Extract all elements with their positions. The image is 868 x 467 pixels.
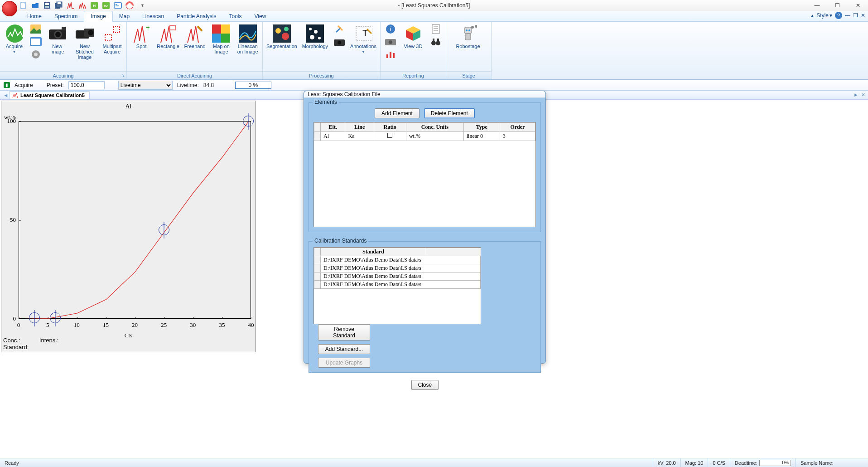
- binoculars-icon[interactable]: [429, 36, 442, 47]
- qat-new-icon[interactable]: [19, 1, 28, 10]
- camera-grey-icon[interactable]: [384, 36, 397, 47]
- elements-grid[interactable]: Elt. Line Ratio Conc. Units Type Order A…: [313, 122, 536, 227]
- tab-nav-right[interactable]: ►: [854, 92, 858, 98]
- image-settings-icon[interactable]: [29, 24, 42, 34]
- app-menu-button[interactable]: [2, 1, 17, 16]
- mdi-minimize-icon[interactable]: —: [845, 12, 850, 19]
- qat-spectrum-red-icon[interactable]: [66, 1, 75, 10]
- rectangle-icon: [159, 24, 177, 43]
- linescan-on-image-button[interactable]: Linescan on Image: [237, 24, 259, 54]
- spot-button[interactable]: +Spot: [130, 24, 152, 49]
- y-tick: 50: [1, 216, 16, 224]
- list-item[interactable]: D:\IXRF DEMO\Atlas Demo Data\LS data\s: [314, 256, 481, 264]
- data-point[interactable]: [50, 312, 61, 323]
- rectangle-button[interactable]: Rectangle: [157, 24, 179, 49]
- status-deadtime: Deadtime: 0%: [730, 458, 796, 467]
- tab-close-icon[interactable]: ✕: [861, 92, 865, 98]
- qat-hb-icon[interactable]: H: [90, 1, 99, 10]
- preset-input[interactable]: [68, 81, 105, 89]
- style-menu[interactable]: Style ▾: [816, 12, 832, 19]
- status-mag: Mag: 10: [680, 458, 708, 467]
- qat-spectrum-red2-icon[interactable]: [78, 1, 87, 10]
- svg-point-44: [284, 27, 289, 31]
- dialog-close-button[interactable]: Close: [411, 380, 439, 390]
- dialog-title: Least Squares Calibration File: [304, 91, 545, 98]
- doc-tab-calibration[interactable]: Least Squares Calibration5: [9, 91, 90, 99]
- freehand-button[interactable]: Freehand: [184, 24, 206, 49]
- acquire-button[interactable]: Acquire ▼: [4, 24, 25, 54]
- tab-home[interactable]: Home: [21, 11, 48, 21]
- data-point[interactable]: [29, 312, 40, 323]
- tab-particle-analysis[interactable]: Particle Analysis: [170, 11, 222, 21]
- table-row[interactable]: Al Ka wt.% linear 0 3: [314, 132, 535, 141]
- qat-saveall-icon[interactable]: [54, 1, 63, 10]
- qat-report-icon[interactable]: [113, 1, 122, 10]
- svg-rect-41: [273, 24, 291, 43]
- svg-point-73: [466, 29, 468, 31]
- x-tick: 35: [219, 321, 225, 329]
- launcher-icon[interactable]: ↘: [121, 73, 125, 78]
- tab-view[interactable]: View: [248, 11, 273, 21]
- document-icon[interactable]: [429, 24, 442, 34]
- svg-rect-6: [58, 2, 61, 4]
- qat-save-icon[interactable]: [43, 1, 52, 10]
- ribbon-minimize-icon[interactable]: ▴: [811, 12, 814, 19]
- chart-plot-area[interactable]: [19, 121, 251, 319]
- svg-rect-58: [386, 54, 388, 58]
- view-3d-button[interactable]: View 3D: [401, 24, 425, 49]
- svg-point-77: [475, 25, 477, 28]
- qat-help-icon[interactable]: [125, 1, 134, 10]
- list-item[interactable]: D:\IXRF DEMO\Atlas Demo Data\LS data\s: [314, 281, 481, 289]
- report-settings-icon[interactable]: [29, 36, 42, 47]
- gear-icon[interactable]: [29, 49, 42, 60]
- data-point[interactable]: [159, 224, 169, 235]
- mdi-close-icon[interactable]: ✕: [861, 12, 865, 19]
- qat-be-icon[interactable]: Be: [101, 1, 111, 10]
- info-icon[interactable]: i: [384, 24, 397, 34]
- map-on-image-button[interactable]: Map on Image: [210, 24, 232, 54]
- annotations-button[interactable]: TAnnotations▼: [350, 24, 376, 54]
- mode-select[interactable]: Livetime: [118, 81, 173, 90]
- help-icon[interactable]: ?: [835, 12, 842, 19]
- tab-linescan[interactable]: Linescan: [136, 11, 170, 21]
- tools-small-icon[interactable]: [333, 24, 346, 34]
- segmentation-button[interactable]: Segmentation: [266, 24, 297, 49]
- tab-nav-left[interactable]: ◄: [3, 92, 9, 98]
- checkbox-icon[interactable]: [387, 133, 392, 138]
- svg-point-69: [436, 41, 440, 45]
- standards-grid[interactable]: Standard D:\IXRF DEMO\Atlas Demo Data\LS…: [313, 247, 481, 324]
- list-item[interactable]: D:\IXRF DEMO\Atlas Demo Data\LS data\s: [314, 264, 481, 272]
- add-standard-button[interactable]: Add Standard...: [318, 344, 370, 354]
- tab-spectrum[interactable]: Spectrum: [48, 11, 84, 21]
- maximize-button[interactable]: ☐: [827, 0, 848, 11]
- data-point[interactable]: [243, 116, 254, 126]
- multipart-acquire-button[interactable]: + Multipart Acquire: [101, 24, 123, 54]
- svg-point-30: [88, 30, 93, 35]
- tab-map[interactable]: Map: [113, 11, 136, 21]
- bar-chart-icon[interactable]: [384, 49, 397, 60]
- close-button[interactable]: ✕: [848, 0, 868, 11]
- window-titlebar: H Be ▼ - [Least Squares Calibration5] — …: [0, 0, 868, 11]
- standards-group-label: Calibration Standards: [313, 238, 368, 244]
- progress-box: 0 %: [235, 82, 271, 89]
- minimize-button[interactable]: —: [807, 0, 827, 11]
- mdi-restore-icon[interactable]: ❐: [853, 12, 858, 19]
- camera-stitch-icon: [76, 24, 94, 43]
- list-item[interactable]: D:\IXRF DEMO\Atlas Demo Data\LS data\s: [314, 272, 481, 281]
- camera-small-icon[interactable]: [333, 36, 346, 47]
- delete-element-button[interactable]: Delete Element: [424, 108, 475, 118]
- multipart-label: Multipart Acquire: [101, 44, 123, 54]
- tab-image[interactable]: Image: [84, 11, 112, 22]
- svg-rect-70: [433, 39, 434, 41]
- robostage-button[interactable]: Robostage: [450, 24, 486, 49]
- qat-customize-icon[interactable]: ▼: [137, 1, 146, 10]
- morphology-button[interactable]: Morphology: [302, 24, 328, 49]
- qat-open-icon[interactable]: [31, 1, 40, 10]
- new-image-button[interactable]: New Image: [47, 24, 68, 54]
- chart-footer: Conc.: Intens.: Standard:: [3, 337, 58, 351]
- add-element-button[interactable]: Add Element: [375, 108, 420, 118]
- new-stitched-image-button[interactable]: New Stitched Image: [72, 24, 97, 60]
- update-graphs-button[interactable]: Update Graphs: [318, 358, 370, 368]
- remove-standard-button[interactable]: Remove Standard: [318, 324, 370, 341]
- tab-tools[interactable]: Tools: [223, 11, 248, 21]
